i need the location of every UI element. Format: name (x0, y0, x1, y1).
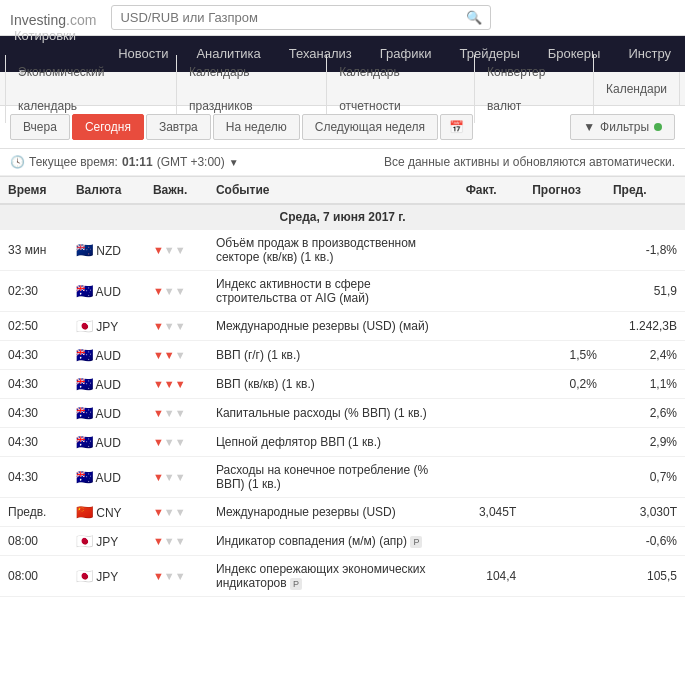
col-prev: Пред. (605, 177, 685, 205)
row-forecast (524, 527, 605, 556)
row-forecast (524, 556, 605, 597)
row-fact (458, 230, 525, 271)
flag-emoji: 🇦🇺 (76, 376, 93, 392)
row-fact (458, 341, 525, 370)
sub-nav-reports-calendar[interactable]: Календарь отчетности (327, 55, 475, 123)
info-text: Все данные активны и обновляются автомат… (384, 155, 675, 169)
importance-arrow-2: ▼ (164, 471, 175, 483)
row-event: Капитальные расходы (% ВВП) (1 кв.) (208, 399, 458, 428)
importance-arrow-2: ▼ (164, 506, 175, 518)
flag-emoji: 🇦🇺 (76, 405, 93, 421)
col-currency: Валюта (68, 177, 145, 205)
row-forecast (524, 399, 605, 428)
search-box[interactable]: 🔍 (111, 5, 491, 30)
importance-arrow-2: ▼ (164, 570, 175, 582)
row-time: 04:30 (0, 341, 68, 370)
table-row: 08:00🇯🇵 JPY▼▼▼Индикатор совпадения (м/м)… (0, 527, 685, 556)
row-currency: 🇦🇺 AUD (68, 428, 145, 457)
row-event: Индекс активности в сфере строительства … (208, 271, 458, 312)
importance-arrow-2: ▼ (164, 407, 175, 419)
row-event: ВВП (кв/кв) (1 кв.) (208, 370, 458, 399)
tab-yesterday[interactable]: Вчера (10, 114, 70, 140)
col-event: Событие (208, 177, 458, 205)
row-importance: ▼▼▼ (145, 428, 208, 457)
row-prev: 2,9% (605, 428, 685, 457)
flag-emoji: 🇦🇺 (76, 283, 93, 299)
filter-button[interactable]: ▼ Фильтры (570, 114, 675, 140)
importance-arrow-2: ▼ (164, 244, 175, 256)
currency-code: AUD (96, 436, 121, 450)
economic-calendar-table: Время Валюта Важн. Событие Факт. Прогноз… (0, 176, 685, 597)
row-prev: 3,030T (605, 498, 685, 527)
row-currency: 🇨🇳 CNY (68, 498, 145, 527)
row-forecast (524, 312, 605, 341)
search-icon[interactable]: 🔍 (466, 10, 482, 25)
currency-code: AUD (96, 407, 121, 421)
row-fact (458, 457, 525, 498)
currency-code: CNY (96, 506, 121, 520)
importance-arrow-2: ▼ (164, 285, 175, 297)
currency-code: JPY (96, 570, 118, 584)
row-prev: 2,4% (605, 341, 685, 370)
currency-code: JPY (96, 320, 118, 334)
row-time: 08:00 (0, 556, 68, 597)
tab-tomorrow[interactable]: Завтра (146, 114, 211, 140)
flag-emoji: 🇯🇵 (76, 533, 93, 549)
flag-emoji: 🇳🇿 (76, 242, 93, 258)
row-forecast: 0,2% (524, 370, 605, 399)
table-row: 04:30🇦🇺 AUD▼▼▼ВВП (г/г) (1 кв.)1,5%2,4% (0, 341, 685, 370)
importance-arrow-3: ▼ (175, 407, 186, 419)
table-row: 08:00🇯🇵 JPY▼▼▼Индекс опережающих экономи… (0, 556, 685, 597)
tab-next-week[interactable]: Следующая неделя (302, 114, 438, 140)
row-time: 04:30 (0, 457, 68, 498)
table-row: Предв.🇨🇳 CNY▼▼▼Международные резервы (US… (0, 498, 685, 527)
row-time: 02:30 (0, 271, 68, 312)
table-row: 02:50🇯🇵 JPY▼▼▼Международные резервы (USD… (0, 312, 685, 341)
sub-nav-converter[interactable]: Конвертер валют (475, 55, 594, 123)
row-time: 04:30 (0, 428, 68, 457)
search-input[interactable] (120, 10, 466, 25)
currency-code: NZD (96, 244, 121, 258)
timezone: (GMT +3:00) (157, 155, 225, 169)
row-fact (458, 399, 525, 428)
row-currency: 🇯🇵 JPY (68, 527, 145, 556)
section-header-row: Среда, 7 июня 2017 г. (0, 204, 685, 230)
row-event: Международные резервы (USD) (208, 498, 458, 527)
row-prev: 105,5 (605, 556, 685, 597)
row-event: ВВП (г/г) (1 кв.) (208, 341, 458, 370)
sub-nav-econ-calendar[interactable]: Экономический календарь (5, 55, 177, 123)
table-row: 02:30🇦🇺 AUD▼▼▼Индекс активности в сфере … (0, 271, 685, 312)
importance-arrow-1: ▼ (153, 407, 164, 419)
nav-item-instru[interactable]: Инстру (614, 36, 685, 72)
row-time: 04:30 (0, 399, 68, 428)
importance-arrow-3: ▼ (175, 535, 186, 547)
importance-arrow-2: ▼ (164, 320, 175, 332)
tab-today[interactable]: Сегодня (72, 114, 144, 140)
importance-arrow-1: ▼ (153, 378, 164, 390)
row-event: Расходы на конечное потребление (% ВВП) … (208, 457, 458, 498)
row-currency: 🇦🇺 AUD (68, 370, 145, 399)
sub-nav-holiday-calendar[interactable]: Календарь праздников (177, 55, 327, 123)
row-forecast: 1,5% (524, 341, 605, 370)
row-event: Цепной дефлятор ВВП (1 кв.) (208, 428, 458, 457)
filter-tabs: Вчера Сегодня Завтра На неделю Следующая… (10, 114, 473, 140)
table-row: 04:30🇦🇺 AUD▼▼▼ВВП (кв/кв) (1 кв.)0,2%1,1… (0, 370, 685, 399)
chevron-down-icon[interactable]: ▼ (229, 157, 239, 168)
tab-week[interactable]: На неделю (213, 114, 300, 140)
row-prev: 1,1% (605, 370, 685, 399)
row-prev: 2,6% (605, 399, 685, 428)
row-importance: ▼▼▼ (145, 312, 208, 341)
col-importance: Важн. (145, 177, 208, 205)
row-forecast (524, 498, 605, 527)
importance-arrow-3: ▼ (175, 471, 186, 483)
filter-label: Фильтры (600, 120, 649, 134)
table-row: 04:30🇦🇺 AUD▼▼▼Цепной дефлятор ВВП (1 кв.… (0, 428, 685, 457)
currency-code: AUD (96, 378, 121, 392)
currency-code: AUD (96, 471, 121, 485)
importance-arrow-3: ▼ (175, 320, 186, 332)
calendar-icon-btn[interactable]: 📅 (440, 114, 473, 140)
row-currency: 🇦🇺 AUD (68, 399, 145, 428)
sub-nav-calendars[interactable]: Календари (594, 72, 680, 106)
row-currency: 🇦🇺 AUD (68, 457, 145, 498)
row-time: 33 мин (0, 230, 68, 271)
